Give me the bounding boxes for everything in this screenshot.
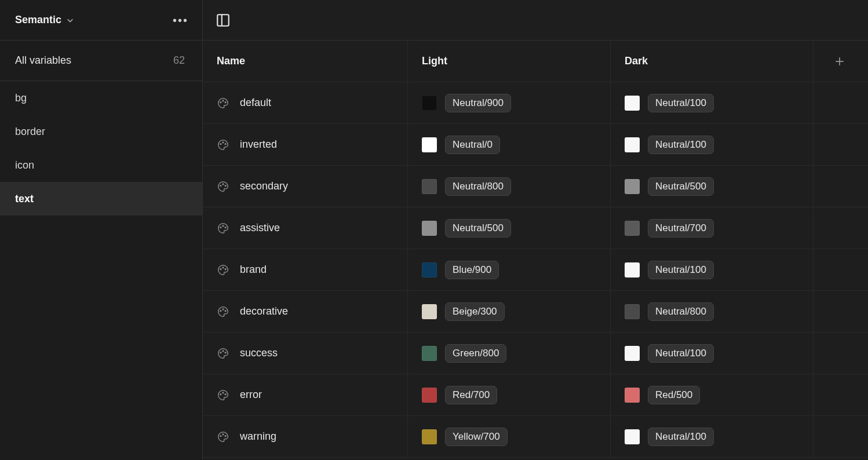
collection-label: Semantic [15,14,61,26]
color-alias-chip: Neutral/500 [648,177,714,196]
variable-name-cell[interactable]: warning [203,416,408,457]
color-swatch [422,346,437,361]
palette-icon [217,180,229,193]
variable-name-cell[interactable]: inverted [203,124,408,165]
variable-name-cell[interactable]: default [203,82,408,123]
variable-light-cell[interactable]: Neutral/800 [408,166,611,207]
color-swatch [422,304,437,319]
color-swatch [422,262,437,278]
variable-dark-cell[interactable]: Neutral/700 [611,207,814,249]
variable-name-cell[interactable]: error [203,374,408,415]
variable-light-cell[interactable]: Neutral/500 [408,207,611,249]
column-header-light[interactable]: Light [408,41,611,82]
variable-dark-cell[interactable]: Neutral/800 [611,291,814,332]
svg-point-10 [220,185,221,186]
palette-icon [217,389,229,401]
palette-icon [217,97,229,109]
svg-rect-0 [217,14,229,26]
variable-light-cell[interactable]: Blue/900 [408,249,611,290]
row-trailing-cell [814,207,866,249]
variable-dark-cell[interactable]: Neutral/500 [611,166,814,207]
color-alias-chip: Beige/300 [445,302,505,321]
svg-point-22 [220,352,221,353]
variable-dark-cell[interactable]: Red/500 [611,374,814,415]
sidebar-group-label: text [15,193,34,205]
variable-name-cell[interactable]: secondary [203,166,408,207]
variable-name: secondary [240,180,288,192]
color-alias-chip: Neutral/100 [648,344,714,363]
variable-light-cell[interactable]: Yellow/700 [408,416,611,457]
color-alias-chip: Neutral/100 [648,94,714,112]
table-row: success Green/800 Neutral/100 [203,333,868,374]
palette-icon [217,305,229,318]
color-alias-chip: Neutral/800 [648,302,714,321]
variable-light-cell[interactable]: Neutral/0 [408,124,611,165]
all-variables-item[interactable]: All variables 62 [0,41,202,81]
svg-point-29 [223,433,224,435]
variables-table: Name Light Dark default Neutral/900 Neut… [203,41,868,460]
color-swatch [422,221,437,236]
svg-point-8 [223,141,224,143]
svg-point-25 [220,393,221,395]
variable-name: decorative [240,305,288,317]
color-alias-chip: Yellow/700 [445,428,508,446]
sidebar-group-item[interactable]: border [0,115,202,148]
row-trailing-cell [814,249,866,290]
column-header-dark[interactable]: Dark [611,41,814,82]
sidebar-group-item[interactable]: bg [0,81,202,115]
svg-point-30 [225,435,226,436]
color-swatch [625,304,640,319]
variable-light-cell[interactable]: Neutral/900 [408,82,611,123]
color-alias-chip: Neutral/800 [445,177,511,196]
color-alias-chip: Neutral/900 [445,94,511,112]
color-alias-chip: Neutral/100 [648,136,714,154]
variable-light-cell[interactable]: Beige/300 [408,291,611,332]
variable-name: default [240,97,271,109]
collection-dropdown[interactable]: Semantic [15,14,74,26]
plus-icon [834,56,845,67]
variable-light-cell[interactable]: Green/800 [408,333,611,374]
table-row: assistive Neutral/500 Neutral/700 [203,207,868,249]
variable-dark-cell[interactable]: Neutral/100 [611,249,814,290]
palette-icon [217,138,229,151]
variable-dark-cell[interactable]: Neutral/100 [611,124,814,165]
variable-name-cell[interactable]: decorative [203,291,408,332]
variable-name-cell[interactable]: brand [203,249,408,290]
more-options-button[interactable]: ••• [173,14,188,26]
color-swatch [422,96,437,111]
table-row: default Neutral/900 Neutral/100 [203,82,868,124]
sidebar-group-item[interactable]: icon [0,148,202,182]
sidebar-group-item[interactable]: text [0,182,202,216]
color-swatch [625,96,640,111]
row-trailing-cell [814,166,866,207]
variable-name-cell[interactable]: assistive [203,207,408,249]
color-swatch [422,179,437,194]
variable-dark-cell[interactable]: Neutral/100 [611,416,814,457]
add-mode-button[interactable] [814,41,866,82]
main-panel: Name Light Dark default Neutral/900 Neut… [203,0,868,460]
sidebar: Semantic ••• All variables 62 bgborderic… [0,0,203,460]
column-header-name: Name [203,41,408,82]
variable-name: inverted [240,138,277,151]
variable-dark-cell[interactable]: Neutral/100 [611,82,814,123]
row-trailing-cell [814,82,866,123]
color-alias-chip: Neutral/700 [648,219,714,238]
sidebar-group-label: bg [15,92,27,104]
table-row: decorative Beige/300 Neutral/800 [203,291,868,333]
svg-point-20 [223,308,224,309]
color-swatch [422,388,437,403]
svg-point-19 [220,310,221,311]
sidebar-group-label: icon [15,159,34,171]
color-alias-chip: Neutral/100 [648,428,714,446]
layout-columns-icon[interactable] [216,13,231,28]
svg-point-12 [225,185,226,186]
palette-icon [217,347,229,360]
color-swatch [625,429,640,444]
color-alias-chip: Neutral/0 [445,136,500,154]
svg-point-26 [223,392,224,393]
chevron-down-icon [66,16,74,24]
palette-icon [217,222,229,235]
variable-light-cell[interactable]: Red/700 [408,374,611,415]
variable-name-cell[interactable]: success [203,333,408,374]
variable-dark-cell[interactable]: Neutral/100 [611,333,814,374]
